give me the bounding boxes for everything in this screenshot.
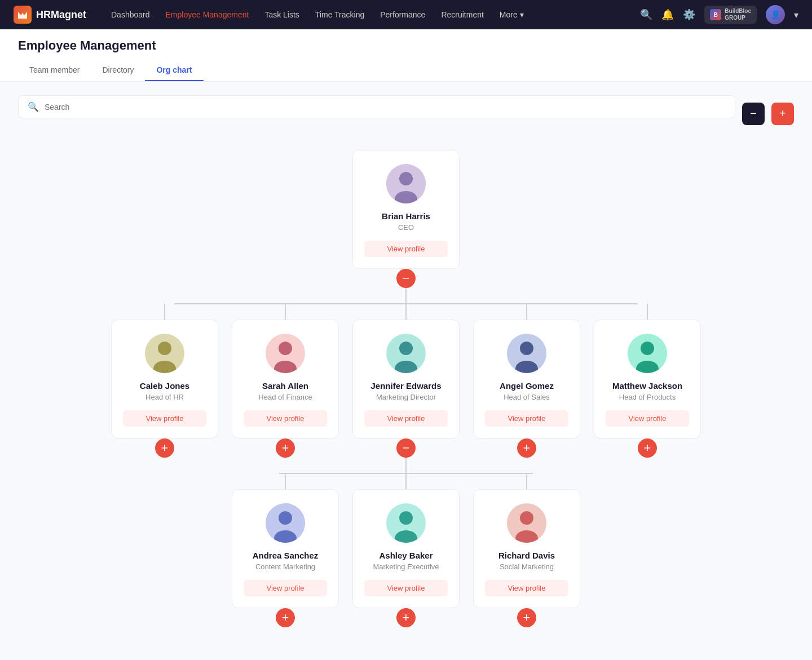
name-angel: Angel Gomez bbox=[500, 381, 554, 391]
card-sarah: Sarah Allen Head of Finance View profile bbox=[232, 320, 339, 438]
avatar-richard bbox=[507, 503, 546, 543]
view-profile-matthew[interactable]: View profile bbox=[606, 410, 689, 427]
expand-sarah[interactable]: + bbox=[276, 438, 295, 458]
buildbloc-text: BuildBloc GROUP bbox=[725, 8, 751, 21]
v-top-jennifer bbox=[405, 304, 407, 320]
nav-performance[interactable]: Performance bbox=[373, 7, 432, 23]
title-angel: Head of Sales bbox=[504, 393, 550, 401]
view-profile-sarah[interactable]: View profile bbox=[244, 410, 327, 427]
title-jennifer: Marketing Director bbox=[376, 393, 436, 401]
title-caleb: Head of HR bbox=[145, 393, 184, 401]
name-ashley: Ashley Baker bbox=[379, 551, 433, 560]
expand-matthew[interactable]: + bbox=[638, 438, 657, 458]
user-avatar[interactable]: 👤 bbox=[766, 5, 785, 24]
card-ashley: Ashley Baker Marketing Executive View pr… bbox=[352, 489, 460, 608]
search-input[interactable] bbox=[45, 103, 726, 112]
h-line-l1 bbox=[174, 303, 638, 304]
svg-point-22 bbox=[399, 511, 413, 525]
tab-team-member[interactable]: Team member bbox=[18, 60, 91, 81]
v-top-angel bbox=[526, 304, 527, 320]
buildbloc-badge: B BuildBloc GROUP bbox=[704, 6, 757, 24]
tab-org-chart[interactable]: Org chart bbox=[145, 60, 203, 81]
svg-point-7 bbox=[279, 342, 292, 355]
nav-links: Dashboard Employee Management Task Lists… bbox=[104, 7, 636, 23]
node-angel: Angel Gomez Head of Sales View profile + bbox=[473, 304, 580, 458]
view-profile-jennifer[interactable]: View profile bbox=[364, 410, 448, 427]
level1-row: Caleb Jones Head of HR View profile + bbox=[107, 304, 705, 458]
svg-point-25 bbox=[520, 511, 533, 525]
nav-employee-management[interactable]: Employee Management bbox=[159, 7, 256, 23]
name-richard: Richard Davis bbox=[498, 551, 555, 560]
view-profile-andrea[interactable]: View profile bbox=[244, 580, 327, 596]
name-andrea: Andrea Sanchez bbox=[253, 551, 319, 560]
name-caleb: Caleb Jones bbox=[140, 381, 189, 391]
nav-recruitment[interactable]: Recruitment bbox=[434, 7, 490, 23]
avatar-ashley bbox=[386, 503, 426, 543]
v-top-richard bbox=[526, 473, 527, 489]
v-top-ashley bbox=[405, 473, 407, 489]
brand-name: HRMagnet bbox=[36, 9, 86, 21]
name-sarah: Sarah Allen bbox=[262, 381, 308, 391]
avatar-andrea bbox=[266, 503, 305, 543]
expand-ashley[interactable]: + bbox=[396, 608, 416, 627]
svg-point-19 bbox=[279, 511, 292, 525]
view-profile-caleb[interactable]: View profile bbox=[123, 410, 206, 427]
navbar: HRMagnet Dashboard Employee Management T… bbox=[0, 0, 812, 29]
name-matthew: Matthew Jackson bbox=[612, 381, 682, 391]
nav-dashboard[interactable]: Dashboard bbox=[104, 7, 157, 23]
card-matthew: Matthew Jackson Head of Products View pr… bbox=[594, 320, 701, 438]
h-line-l2 bbox=[279, 473, 533, 474]
view-profile-angel[interactable]: View profile bbox=[485, 410, 568, 427]
card-caleb: Caleb Jones Head of HR View profile bbox=[111, 320, 218, 438]
ceo-collapse-button[interactable]: − bbox=[396, 269, 416, 288]
search-bar-wrap: 🔍 bbox=[18, 95, 735, 132]
buildbloc-logo: B bbox=[710, 9, 721, 20]
tab-directory[interactable]: Directory bbox=[91, 60, 145, 81]
view-profile-ashley[interactable]: View profile bbox=[364, 580, 448, 596]
nav-more[interactable]: More ▾ bbox=[493, 7, 531, 23]
node-ashley: Ashley Baker Marketing Executive View pr… bbox=[352, 473, 460, 627]
avatar-angel bbox=[507, 334, 546, 373]
expand-andrea[interactable]: + bbox=[276, 608, 295, 627]
view-profile-richard[interactable]: View profile bbox=[485, 580, 568, 596]
nav-task-lists[interactable]: Task Lists bbox=[258, 7, 306, 23]
v-jennifer-down bbox=[405, 458, 407, 473]
expand-angel[interactable]: + bbox=[517, 438, 536, 458]
page-title: Employee Management bbox=[18, 38, 794, 53]
gear-icon[interactable]: ⚙️ bbox=[683, 8, 695, 21]
expand-caleb[interactable]: + bbox=[155, 438, 174, 458]
tabs: Team member Directory Org chart bbox=[18, 60, 794, 81]
bell-icon[interactable]: 🔔 bbox=[661, 8, 674, 21]
svg-point-4 bbox=[158, 342, 171, 355]
ceo-view-profile-button[interactable]: View profile bbox=[364, 241, 448, 257]
card-andrea: Andrea Sanchez Content Marketing View pr… bbox=[232, 489, 339, 608]
title-andrea: Content Marketing bbox=[255, 562, 315, 571]
ceo-node-wrap: Brian Harris CEO View profile − bbox=[352, 150, 460, 288]
svg-point-16 bbox=[641, 342, 654, 355]
zoom-out-button[interactable]: − bbox=[742, 103, 765, 125]
node-matthew: Matthew Jackson Head of Products View pr… bbox=[594, 304, 701, 458]
nav-time-tracking[interactable]: Time Tracking bbox=[308, 7, 371, 23]
org-chart: Brian Harris CEO View profile − bbox=[18, 150, 794, 627]
v-top-matthew bbox=[647, 304, 648, 320]
search-icon[interactable]: 🔍 bbox=[640, 8, 652, 21]
brand: HRMagnet bbox=[14, 6, 86, 24]
node-jennifer: Jennifer Edwards Marketing Director View… bbox=[352, 304, 460, 458]
title-sarah: Head of Finance bbox=[258, 393, 312, 401]
user-chevron-icon[interactable]: ▾ bbox=[794, 10, 798, 20]
node-caleb: Caleb Jones Head of HR View profile + bbox=[111, 304, 218, 458]
h-connector-level1 bbox=[118, 288, 694, 304]
ceo-name: Brian Harris bbox=[382, 211, 430, 221]
v-top-sarah bbox=[285, 304, 286, 320]
avatar-sarah bbox=[266, 334, 305, 373]
zoom-in-button[interactable]: + bbox=[771, 103, 794, 125]
avatar-matthew bbox=[628, 334, 667, 373]
level2-container: Andrea Sanchez Content Marketing View pr… bbox=[107, 473, 705, 627]
expand-jennifer[interactable]: − bbox=[396, 438, 416, 458]
expand-richard[interactable]: + bbox=[517, 608, 536, 627]
node-richard: Richard Davis Social Marketing View prof… bbox=[473, 473, 580, 627]
v-top-andrea bbox=[285, 473, 286, 489]
chevron-down-icon: ▾ bbox=[520, 10, 524, 19]
ceo-avatar bbox=[386, 164, 426, 203]
svg-point-1 bbox=[399, 172, 413, 185]
